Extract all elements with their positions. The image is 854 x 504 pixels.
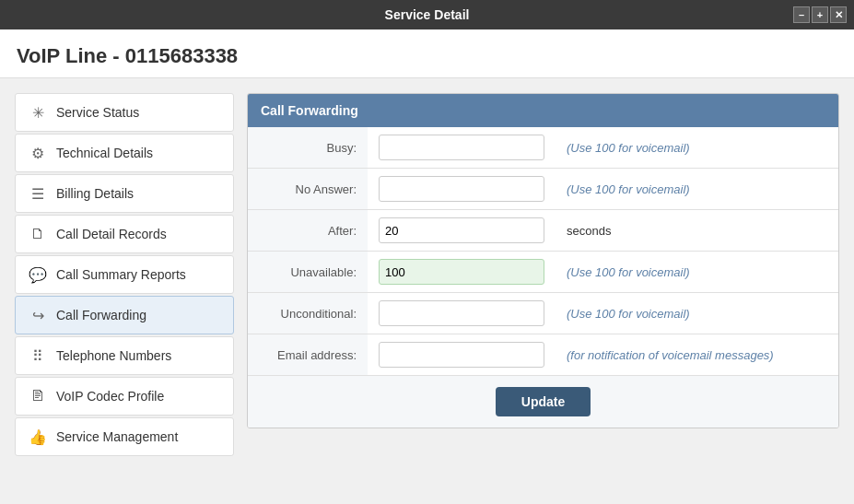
no-answer-hint: (Use 100 for voicemail) bbox=[556, 169, 838, 210]
technical-details-icon: ⚙ bbox=[29, 144, 47, 162]
busy-input[interactable] bbox=[379, 135, 544, 160]
page-title: VoIP Line - 0115683338 bbox=[17, 44, 837, 68]
panel-header: Call Forwarding bbox=[248, 94, 838, 127]
sidebar-item-technical-details[interactable]: ⚙ Technical Details bbox=[15, 134, 234, 172]
window-title: Service Detail bbox=[385, 7, 470, 22]
sidebar-item-billing-details[interactable]: ☰ Billing Details bbox=[15, 174, 234, 213]
voip-codec-profile-icon: 🖹 bbox=[29, 387, 47, 405]
close-button[interactable]: ✕ bbox=[830, 6, 847, 23]
no-answer-row: No Answer: (Use 100 for voicemail) bbox=[248, 169, 838, 210]
email-input[interactable] bbox=[379, 342, 544, 368]
email-input-cell bbox=[368, 334, 556, 376]
email-label: Email address: bbox=[248, 334, 368, 376]
sidebar-item-voip-codec-profile[interactable]: 🖹 VoIP Codec Profile bbox=[15, 377, 234, 416]
form-table: Busy: (Use 100 for voicemail) No Answer:… bbox=[248, 127, 838, 428]
sidebar-label-call-forwarding: Call Forwarding bbox=[56, 308, 146, 322]
after-row: After: seconds bbox=[248, 210, 838, 252]
sidebar-label-telephone-numbers: Telephone Numbers bbox=[56, 348, 171, 363]
no-answer-label: No Answer: bbox=[248, 169, 368, 210]
call-forwarding-panel: Call Forwarding Busy: (Use 100 for voice… bbox=[247, 93, 839, 428]
update-button[interactable]: Update bbox=[496, 387, 591, 416]
unconditional-label: Unconditional: bbox=[248, 293, 368, 334]
sidebar-item-call-summary-reports[interactable]: 💬 Call Summary Reports bbox=[15, 255, 234, 294]
after-input-cell bbox=[368, 210, 556, 252]
sidebar-label-service-management: Service Management bbox=[56, 429, 178, 444]
call-forwarding-icon: ↪ bbox=[29, 306, 47, 324]
unconditional-row: Unconditional: (Use 100 for voicemail) bbox=[248, 293, 838, 334]
busy-label: Busy: bbox=[248, 127, 368, 169]
page-header: VoIP Line - 0115683338 bbox=[0, 29, 854, 78]
right-panel: Call Forwarding Busy: (Use 100 for voice… bbox=[247, 93, 839, 492]
after-label: After: bbox=[248, 210, 368, 252]
sidebar-label-voip-codec-profile: VoIP Codec Profile bbox=[56, 389, 164, 404]
unconditional-input[interactable] bbox=[379, 300, 544, 326]
unconditional-input-cell bbox=[368, 293, 556, 334]
call-summary-reports-icon: 💬 bbox=[29, 265, 47, 284]
main-content: ✳ Service Status ⚙ Technical Details ☰ B… bbox=[0, 78, 854, 504]
no-answer-input-cell bbox=[368, 169, 556, 210]
busy-hint: (Use 100 for voicemail) bbox=[556, 127, 838, 169]
update-cell: Update bbox=[248, 376, 838, 428]
window-controls: – + ✕ bbox=[793, 6, 847, 23]
email-hint: (for notification of voicemail messages) bbox=[556, 334, 838, 376]
maximize-button[interactable]: + bbox=[812, 6, 828, 23]
service-status-icon: ✳ bbox=[29, 103, 47, 122]
sidebar-label-billing-details: Billing Details bbox=[56, 186, 134, 201]
unconditional-hint: (Use 100 for voicemail) bbox=[556, 293, 838, 334]
sidebar-item-call-forwarding[interactable]: ↪ Call Forwarding bbox=[15, 296, 234, 334]
sidebar-label-technical-details: Technical Details bbox=[56, 146, 153, 160]
unavailable-input-cell bbox=[368, 252, 556, 293]
title-bar: Service Detail – + ✕ bbox=[0, 0, 854, 29]
sidebar-item-telephone-numbers[interactable]: ⠿ Telephone Numbers bbox=[15, 336, 234, 375]
sidebar-item-call-detail-records[interactable]: 🗋 Call Detail Records bbox=[15, 215, 234, 253]
call-detail-records-icon: 🗋 bbox=[29, 225, 47, 243]
update-row: Update bbox=[248, 376, 838, 428]
unavailable-row: Unavailable: (Use 100 for voicemail) bbox=[248, 252, 838, 293]
unavailable-input[interactable] bbox=[379, 259, 544, 285]
email-row: Email address: (for notification of voic… bbox=[248, 334, 838, 376]
minimize-button[interactable]: – bbox=[793, 6, 810, 23]
busy-row: Busy: (Use 100 for voicemail) bbox=[248, 127, 838, 169]
sidebar-item-service-status[interactable]: ✳ Service Status bbox=[15, 93, 234, 132]
telephone-numbers-icon: ⠿ bbox=[29, 346, 47, 365]
unavailable-hint: (Use 100 for voicemail) bbox=[556, 252, 838, 293]
sidebar-label-service-status: Service Status bbox=[56, 105, 139, 120]
billing-details-icon: ☰ bbox=[29, 184, 47, 203]
unavailable-label: Unavailable: bbox=[248, 252, 368, 293]
no-answer-input[interactable] bbox=[379, 176, 544, 202]
service-management-icon: 👍 bbox=[29, 428, 47, 446]
busy-input-cell bbox=[368, 127, 556, 169]
after-input[interactable] bbox=[379, 217, 544, 243]
after-hint: seconds bbox=[556, 210, 838, 252]
sidebar-item-service-management[interactable]: 👍 Service Management bbox=[15, 417, 234, 456]
sidebar-label-call-detail-records: Call Detail Records bbox=[56, 227, 167, 241]
sidebar: ✳ Service Status ⚙ Technical Details ☰ B… bbox=[15, 93, 234, 492]
sidebar-label-call-summary-reports: Call Summary Reports bbox=[56, 267, 186, 282]
